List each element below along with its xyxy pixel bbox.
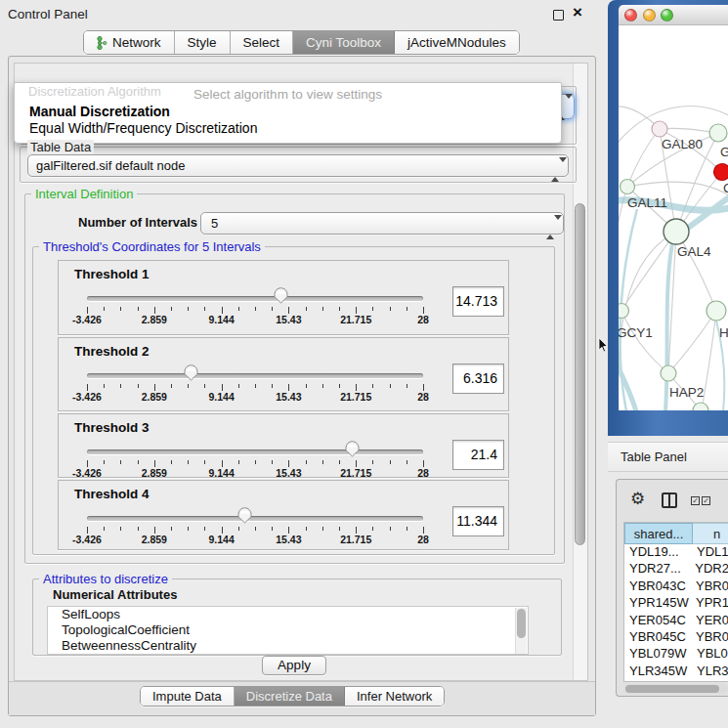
threshold-value-field[interactable]: 11.344 (452, 506, 504, 536)
popup-item-manual-discretization[interactable]: Manual Discretization (16, 104, 561, 120)
table-cell[interactable]: YBR0 (692, 629, 728, 646)
mac-close-button[interactable] (624, 9, 637, 21)
tab-label: jActiveMNodules (407, 31, 506, 54)
table-cell[interactable]: YER0 (692, 613, 728, 629)
node-partial-right[interactable] (707, 301, 726, 321)
tick-mark (272, 460, 273, 464)
node-hap2[interactable] (661, 365, 676, 381)
threshold-value-field[interactable]: 21.4 (452, 440, 504, 470)
table-header-row: shared... n (624, 523, 728, 544)
tab-select[interactable]: Select (231, 31, 294, 54)
tick-mark (154, 307, 155, 314)
threshold-slider-thumb[interactable] (274, 287, 288, 304)
table-row[interactable]: YBL079WYBL0 (624, 646, 728, 663)
attribute-item-topologicalcoefficient[interactable]: TopologicalCoefficient (48, 622, 528, 638)
mac-zoom-button[interactable] (661, 9, 673, 21)
node-gal80[interactable] (652, 121, 667, 137)
popup-placeholder-item[interactable]: Select algorithm to view settings (15, 87, 561, 102)
checkbox-icon[interactable]: ✓ (702, 496, 710, 505)
threshold-slider-thumb[interactable] (237, 507, 252, 524)
table-row[interactable]: YDL19...YDL1 (624, 544, 728, 561)
table-cell[interactable]: YIL052C (624, 680, 693, 682)
table-cell[interactable]: YER054C (624, 613, 692, 629)
tick-mark (222, 384, 223, 391)
table-cell[interactable]: YDR2 (691, 561, 728, 578)
node-red-highlighted[interactable] (714, 164, 728, 181)
tick-mark (238, 384, 239, 388)
table-cell[interactable]: YBL0 (693, 646, 728, 663)
node-attribute-table[interactable]: shared... n YDL19...YDL1YDR27...YDR2YBR0… (623, 522, 728, 682)
numerical-attributes-list[interactable]: SelfLoopsTopologicalCoefficientBetweenne… (47, 606, 529, 655)
tick-label: 21.715 (328, 534, 383, 545)
tab-network[interactable]: Network (84, 31, 175, 54)
tab-infer-network[interactable]: Infer Network (345, 687, 444, 706)
node-gcy1[interactable] (619, 304, 629, 319)
table-row[interactable]: YIL052CYIL0 (624, 680, 728, 682)
attribute-item-betweennesscentrality[interactable]: BetweennessCentrality (48, 638, 528, 654)
table-horizontal-scrollbar[interactable] (624, 684, 728, 694)
table-cell[interactable]: YDL19... (624, 544, 693, 561)
node-label: H (719, 325, 728, 340)
threshold-slider-track[interactable] (87, 296, 423, 301)
threshold-value-field[interactable]: 14.713 (452, 286, 504, 317)
node-gal4[interactable] (664, 219, 689, 244)
tab-cyni-toolbox[interactable]: Cyni Toolbox (293, 31, 395, 54)
network-canvas[interactable]: GAL80 G. C GAL11 GAL4 GCY1 H HAP2 (619, 25, 728, 410)
tick-label: 15.43 (261, 467, 316, 479)
table-row[interactable]: YER054CYER0 (624, 613, 728, 629)
tick-mark (322, 460, 323, 464)
table-cell[interactable]: YLR345W (624, 664, 693, 680)
gear-icon[interactable]: ⚙ (630, 489, 645, 508)
list-scrollbar-thumb[interactable] (517, 609, 526, 638)
tab-discretize-data[interactable]: Discretize Data (235, 687, 345, 706)
column-header-name[interactable]: n (693, 523, 728, 544)
table-cell[interactable]: YLR3 (693, 664, 728, 680)
number-of-intervals-spinner[interactable]: 5 (200, 212, 564, 235)
threshold-slider-thumb[interactable] (345, 441, 360, 457)
vertical-scrollbar-thumb[interactable] (575, 203, 585, 545)
node-partial-top[interactable] (709, 124, 727, 142)
threshold-slider-track[interactable] (87, 373, 423, 378)
table-row[interactable]: YBR043CYBR0 (624, 578, 728, 595)
float-window-icon[interactable] (553, 10, 564, 21)
table-horizontal-scrollbar-thumb[interactable] (625, 685, 719, 693)
tab-style[interactable]: Style (175, 31, 231, 54)
threshold-value-field[interactable]: 6.316 (452, 364, 504, 394)
list-scrollbar[interactable] (515, 608, 527, 655)
network-window-titlebar[interactable] (619, 5, 728, 25)
control-panel-window: Control Panel × NetworkStyleSelectCyni T… (0, 0, 728, 728)
tab-jactivemnodules[interactable]: jActiveMNodules (395, 31, 519, 54)
tick-label: 2.859 (127, 534, 182, 545)
table-row[interactable]: YDR27...YDR2 (624, 561, 728, 578)
table-cell[interactable]: YDL1 (693, 544, 728, 561)
mac-minimize-button[interactable] (643, 9, 656, 21)
table-cell[interactable]: YPR1 (692, 595, 728, 612)
threshold-slider-thumb[interactable] (184, 364, 198, 381)
popup-item-equal-width-frequency[interactable]: Equal Width/Frequency Discretization (16, 120, 561, 137)
tick-mark (204, 527, 205, 531)
table-data-combobox[interactable]: galFiltered.sif default node (27, 154, 569, 177)
table-cell[interactable]: YBR043C (624, 578, 692, 595)
table-cell[interactable]: YIL0 (693, 680, 728, 682)
tab-label: Cyni Toolbox (306, 31, 381, 54)
attribute-item-selfloops[interactable]: SelfLoops (48, 607, 528, 622)
table-cell[interactable]: YBR045C (624, 629, 692, 646)
threshold-slider-track[interactable] (87, 516, 423, 521)
table-cell[interactable]: YPR145W (624, 595, 692, 612)
table-row[interactable]: YBR045CYBR0 (624, 629, 728, 646)
table-cell[interactable]: YBR0 (692, 578, 728, 595)
table-row[interactable]: YLR345WYLR3 (624, 664, 728, 680)
checkbox-icon[interactable]: ✓ (691, 496, 700, 505)
threshold-slider-track[interactable] (87, 450, 423, 454)
tick-mark (356, 460, 357, 467)
table-cell[interactable]: YBL079W (624, 646, 693, 663)
column-header-shared[interactable]: shared... (624, 523, 693, 544)
apply-button[interactable]: Apply (262, 656, 326, 675)
table-row[interactable]: YPR145WYPR1 (624, 595, 728, 612)
tab-label: Discretize Data (246, 687, 332, 706)
columns-icon[interactable] (662, 492, 677, 508)
tab-impute-data[interactable]: Impute Data (141, 687, 235, 706)
table-cell[interactable]: YDR27... (624, 561, 691, 578)
node-gal11[interactable] (621, 180, 635, 194)
close-icon[interactable]: × (573, 3, 582, 22)
